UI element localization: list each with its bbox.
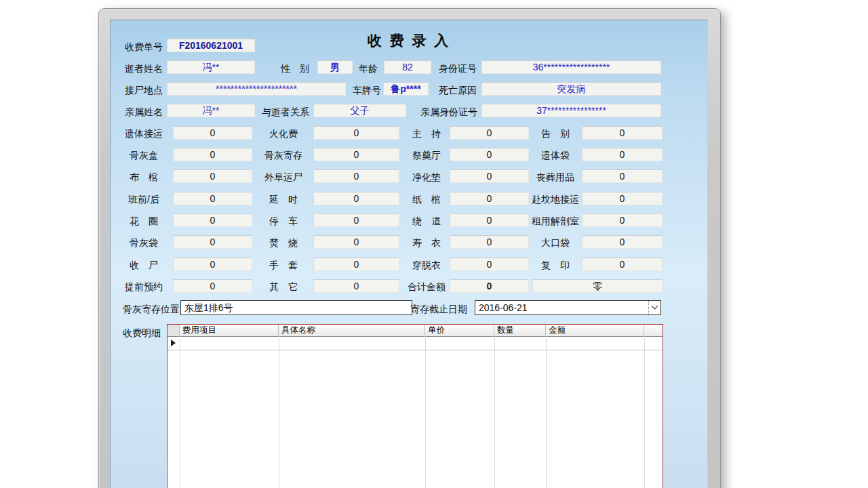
fee-value-field[interactable]: 0	[450, 235, 529, 249]
fee-value-field[interactable]: 0	[313, 279, 399, 293]
fee-item: 告 别0	[529, 126, 663, 140]
fee-value-field[interactable]: 0	[450, 258, 529, 271]
fee-item: 骨灰盒0	[119, 148, 261, 161]
fee-value-field[interactable]: 0	[173, 169, 252, 183]
fee-item: 焚 烧0	[260, 235, 399, 249]
fee-label: 焚 烧	[260, 236, 307, 249]
fee-label: 提前预约	[119, 280, 168, 293]
fee-value-field[interactable]: 0	[582, 169, 663, 183]
grid-column-line	[180, 336, 180, 488]
id-number-field[interactable]: 36******************	[481, 60, 661, 74]
total-amount-chinese-field[interactable]: 零	[532, 279, 663, 293]
grid-column-line	[425, 336, 426, 488]
fee-item: 班前/后0	[119, 192, 261, 205]
fee-value-field[interactable]: 0	[582, 258, 663, 271]
deadline-dropdown-button[interactable]	[648, 301, 660, 314]
fee-value-field[interactable]: 0	[582, 126, 663, 140]
table-row[interactable]	[180, 337, 663, 350]
fee-item: 寿 衣0	[406, 235, 529, 249]
relation-field[interactable]: 父子	[313, 104, 406, 117]
fee-value-field[interactable]: 0	[450, 214, 529, 227]
fee-label: 遗体接运	[119, 127, 168, 140]
fee-value-field[interactable]: 0	[173, 258, 252, 271]
fee-value-field[interactable]: 0	[173, 235, 252, 249]
relative-name-field[interactable]: 冯**	[167, 104, 255, 117]
death-cause-field[interactable]: 突发病	[481, 82, 661, 96]
fee-label: 外阜运尸	[260, 170, 307, 184]
table-header-row: 费用项目 具体名称 单价 数量 金额	[167, 325, 663, 337]
receipt-no-label: 收费单号	[119, 40, 168, 54]
fee-item: 延 时0	[260, 192, 399, 205]
fee-item: 骨灰袋0	[119, 235, 261, 249]
fee-value-field[interactable]: 0	[173, 126, 252, 140]
fee-value-field[interactable]: 0	[450, 169, 529, 183]
fee-value-field[interactable]: 0	[173, 192, 252, 205]
relative-id-label: 亲属身份证号	[418, 105, 480, 119]
fee-label: 手 套	[260, 258, 307, 272]
fee-label: 花 圈	[119, 214, 168, 228]
relation-label: 与逝者关系	[259, 105, 312, 119]
fee-value-field[interactable]: 0	[173, 214, 252, 227]
fee-value-field[interactable]: 0	[313, 235, 399, 249]
fee-item: 主 持0	[406, 126, 529, 140]
plate-no-field[interactable]: 鲁p****	[383, 82, 429, 96]
storage-location-input[interactable]: 东屋1排6号	[180, 300, 412, 315]
fee-value-field[interactable]: 0	[582, 214, 663, 227]
fee-detail-table[interactable]: 费用项目 具体名称 单价 数量 金额	[167, 324, 663, 488]
fee-total: 合计金额0	[406, 279, 529, 293]
fee-value-field[interactable]: 0	[450, 148, 529, 161]
fee-item: 租用解剖室0	[529, 214, 663, 227]
fee-item: 火化费0	[260, 126, 399, 140]
fee-value-field[interactable]: 0	[173, 279, 252, 293]
pickup-place-field[interactable]: **********************	[167, 82, 346, 96]
storage-deadline-combo[interactable]: 2016-06-21	[475, 300, 661, 315]
fee-label: 大口袋	[529, 236, 582, 249]
fee-value-field[interactable]: 0	[313, 126, 399, 140]
fee-value-field[interactable]: 0	[582, 235, 663, 249]
receipt-no-field[interactable]: F20160621001	[167, 39, 255, 52]
column-header-unit-price: 单价	[425, 325, 494, 336]
fee-label: 租用解剖室	[529, 214, 582, 228]
fee-value-field[interactable]: 0	[582, 148, 663, 161]
total-amount-field[interactable]: 0	[450, 279, 529, 293]
fee-label: 遗体袋	[529, 148, 582, 162]
fee-item: 停 车0	[260, 214, 399, 227]
deceased-name-field[interactable]: 冯**	[167, 60, 255, 74]
fee-item: 其 它0	[260, 279, 399, 293]
gender-field[interactable]: 男	[317, 60, 353, 74]
fee-label: 告 别	[529, 127, 582, 140]
deceased-name-label: 逝者姓名	[119, 62, 168, 75]
storage-deadline-label: 寄存截止日期	[407, 302, 471, 316]
fee-label: 赴坟地接运	[529, 192, 582, 206]
fee-value-field[interactable]: 0	[582, 192, 663, 205]
fee-item: 布 棺0	[119, 169, 261, 183]
fee-value-field[interactable]: 0	[450, 192, 529, 205]
fee-label: 收 尸	[119, 258, 168, 272]
fee-item: 手 套0	[260, 258, 399, 271]
fee-item: 祭奠厅0	[406, 148, 529, 161]
fee-entry-form: 收 费 录 入 收费单号 F20160621001 逝者姓名 冯** 性 别 男…	[110, 20, 708, 488]
fee-value-field[interactable]: 0	[313, 258, 399, 271]
fee-value-field[interactable]: 0	[313, 148, 399, 161]
fee-item: 丧葬用品0	[529, 169, 663, 183]
fee-label: 主 持	[406, 127, 448, 140]
fee-value-field[interactable]: 0	[313, 169, 399, 183]
fee-value-field[interactable]: 0	[313, 192, 399, 205]
fee-label: 骨灰寄存	[260, 148, 307, 162]
fee-label: 祭奠厅	[406, 148, 448, 162]
fee-item: 外阜运尸0	[260, 169, 399, 183]
fee-value-field[interactable]: 0	[450, 126, 529, 140]
fee-value-field[interactable]: 0	[173, 148, 252, 161]
fee-value-field[interactable]: 0	[313, 214, 399, 227]
relative-id-field[interactable]: 37****************	[481, 104, 661, 117]
fee-label: 班前/后	[119, 192, 168, 206]
column-header-item: 费用项目	[180, 325, 279, 336]
pickup-place-label: 接尸地点	[119, 83, 168, 97]
fee-label: 复 印	[529, 258, 582, 272]
current-record-arrow-icon	[171, 340, 176, 346]
grid-column-line	[546, 336, 547, 488]
relative-name-label: 亲属姓名	[119, 105, 168, 119]
age-field[interactable]: 82	[384, 60, 431, 74]
fee-item: 骨灰寄存0	[260, 148, 399, 161]
fee-label: 纸 棺	[406, 192, 448, 206]
